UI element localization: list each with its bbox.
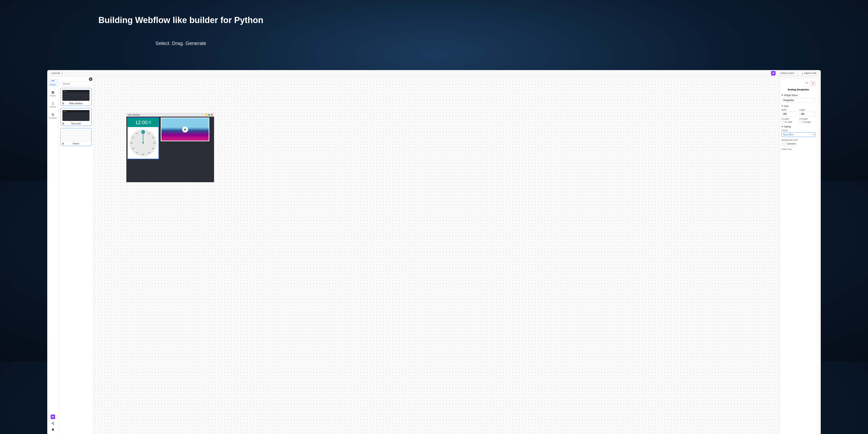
svg-rect-6: [52, 114, 54, 114]
rail-label: Widgets: [50, 84, 56, 86]
rail-uploads[interactable]: Uploads: [48, 101, 58, 109]
am-label[interactable]: AM: [149, 121, 151, 123]
clock-hour-2[interactable]: 02: [152, 136, 154, 138]
panel-close-button[interactable]: ✕: [89, 77, 92, 81]
widget-preview: [62, 90, 90, 101]
framework-select[interactable]: customtk: [49, 71, 65, 75]
svg-rect-4: [52, 93, 53, 94]
play-button[interactable]: [182, 127, 188, 132]
widget-card-label: Frame: [62, 143, 90, 145]
widget-card-label: Top Level: [62, 122, 90, 125]
pm-label[interactable]: PM: [149, 123, 151, 124]
hero-title: Building Webflow like builder for Python: [0, 16, 362, 25]
widgets-panel: ✕ Main window Top Level: [59, 76, 94, 181]
window-title: Main Window: [128, 114, 140, 116]
clock-hour-8[interactable]: 08: [132, 147, 134, 149]
topbar: customtk untitled project Export code: [47, 70, 362, 76]
rail-plugins[interactable]: Plugins: [48, 90, 58, 98]
video-widget[interactable]: [161, 118, 209, 141]
templates-icon: [51, 113, 55, 116]
github-icon: [62, 123, 64, 125]
clock-center: [143, 142, 144, 144]
svg-rect-7: [52, 114, 54, 115]
clock-hour-1[interactable]: 01: [148, 132, 150, 134]
rail-label: Templates: [49, 117, 57, 119]
svg-rect-5: [53, 93, 54, 94]
widget-card-main-window[interactable]: Main window: [60, 88, 92, 106]
svg-rect-0: [52, 80, 53, 81]
widget-card-top-level[interactable]: Top Level: [60, 108, 92, 126]
chevron-down-icon: [61, 73, 63, 74]
svg-rect-3: [53, 91, 54, 92]
canvas[interactable]: Main Window 12:00 AM PM: [94, 76, 362, 181]
widgets-icon: [51, 80, 55, 83]
clock-hour-5[interactable]: 05: [148, 151, 150, 153]
clock-hour-10[interactable]: 10: [132, 136, 134, 138]
framework-select-value: customtk: [51, 72, 60, 74]
traffic-lights: [206, 114, 213, 116]
github-icon: [62, 102, 64, 105]
svg-rect-2: [52, 91, 53, 92]
svg-rect-8: [52, 115, 54, 116]
clock-hour-7[interactable]: 07: [136, 151, 138, 153]
clock-hour-9[interactable]: 09: [131, 142, 133, 144]
github-icon: [62, 143, 64, 145]
rail-templates[interactable]: Templates: [48, 112, 58, 120]
rail-label: Uploads: [50, 106, 56, 108]
rail-widgets[interactable]: Widgets: [48, 79, 58, 87]
widget-preview: [62, 110, 90, 121]
window-titlebar[interactable]: Main Window: [126, 113, 214, 117]
widget-preview: [62, 130, 90, 141]
video-thumbnail: [161, 118, 209, 141]
close-icon: [211, 114, 213, 116]
app-window: customtk untitled project Export code Wi…: [47, 70, 362, 181]
svg-rect-1: [53, 80, 54, 81]
plugins-icon: [51, 91, 55, 94]
timepicker-widget[interactable]: 12:00 AM PM 12 03 06 09 01: [127, 118, 159, 159]
search-input[interactable]: [63, 83, 92, 85]
widget-card-label: Main window: [62, 102, 90, 105]
canvas-main-window[interactable]: Main Window 12:00 AM PM: [126, 113, 214, 181]
maximize-icon: [208, 114, 210, 116]
timepicker-header: 12:00 AM PM: [128, 118, 158, 127]
widget-card-frame[interactable]: Frame: [60, 128, 92, 146]
clock-hour-11[interactable]: 11: [136, 132, 138, 134]
search-box[interactable]: [60, 81, 92, 86]
main-area: Widgets Plugins Uploads Templates ✕: [47, 76, 362, 181]
uploads-icon: [51, 102, 55, 105]
rail-label: Plugins: [50, 95, 56, 97]
minimize-icon: [206, 114, 207, 116]
clock-hour-3[interactable]: 03: [153, 142, 156, 144]
clock-hour-4[interactable]: 04: [152, 147, 154, 149]
close-icon: ✕: [90, 78, 92, 81]
clock-hour-6[interactable]: 06: [142, 153, 144, 155]
play-icon: [184, 128, 186, 131]
left-rail: Widgets Plugins Uploads Templates: [47, 76, 59, 181]
hero-subtitle: Select. Drag. Generate: [0, 40, 362, 46]
clock-face[interactable]: 12 03 06 09 01 02 04 05 07 08 10 11: [129, 129, 157, 156]
clock-hand: [143, 133, 143, 143]
time-display: 12:00: [135, 120, 148, 125]
